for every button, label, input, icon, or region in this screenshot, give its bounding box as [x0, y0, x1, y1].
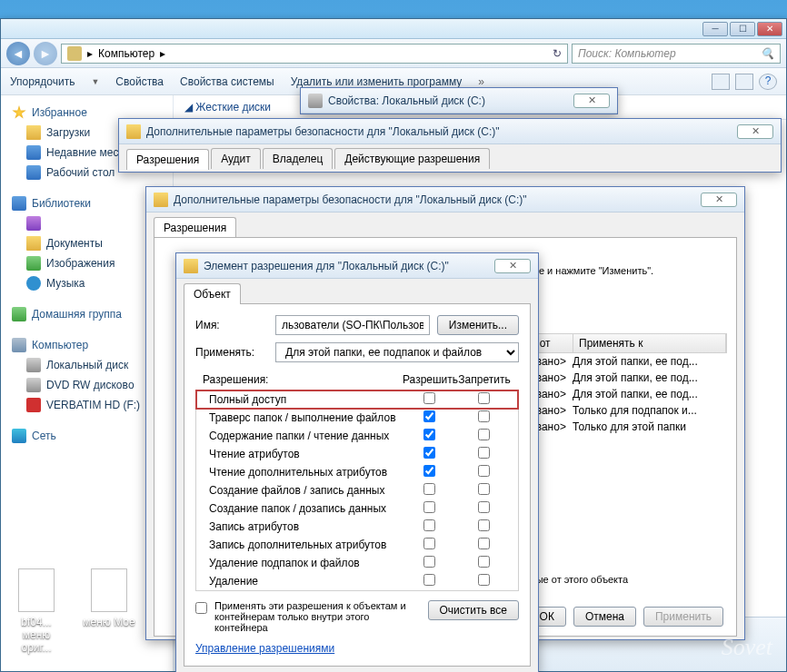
permission-label: Содержание папки / чтение данных: [209, 430, 402, 442]
permission-label: Чтение атрибутов: [209, 448, 402, 460]
table-row[interactable]: довано>Только для подпапок и...: [518, 402, 727, 419]
library-icon: [12, 196, 26, 211]
tab-audit[interactable]: Аудит: [211, 148, 261, 169]
breadcrumb[interactable]: Компьютер: [98, 47, 154, 60]
allow-checkbox[interactable]: [423, 519, 435, 531]
maximize-button[interactable]: ☐: [730, 22, 755, 36]
principal-field[interactable]: [275, 315, 430, 335]
dialog-title: Свойства: Локальный диск (C:): [328, 94, 485, 107]
desktop-icons: bf04... меню ориг... меню Мое: [9, 568, 136, 654]
permissions-list: Полный доступТраверс папок / выполнение …: [195, 390, 519, 591]
deny-checkbox[interactable]: [478, 447, 490, 459]
inherit-only-checkbox[interactable]: [195, 602, 207, 614]
deny-checkbox[interactable]: [478, 429, 490, 440]
clear-all-button[interactable]: Очистить все: [428, 600, 519, 620]
address-bar[interactable]: ▸ Компьютер ▸ ↻: [61, 44, 568, 64]
desktop-icon: [26, 165, 41, 180]
manage-permissions-link[interactable]: Управление разрешениями: [195, 642, 334, 655]
allow-checkbox[interactable]: [423, 574, 435, 586]
permission-label: Запись атрибутов: [209, 520, 402, 533]
allow-checkbox[interactable]: [423, 465, 435, 477]
minimize-button[interactable]: ─: [702, 22, 728, 36]
allow-checkbox[interactable]: [423, 447, 435, 459]
desktop-file-2[interactable]: меню Мое: [82, 568, 136, 654]
deny-checkbox[interactable]: [478, 392, 490, 404]
permission-entry-dialog: Элемент разрешения для "Локальный диск (…: [175, 252, 539, 672]
breadcrumb-sep: ▸: [160, 47, 165, 60]
star-icon: [12, 105, 26, 120]
dialog-title: Дополнительные параметры безопасности дл…: [174, 193, 527, 206]
allow-checkbox[interactable]: [423, 410, 435, 422]
permission-label: Создание файлов / запись данных: [209, 484, 402, 497]
cancel-button[interactable]: Отмена: [573, 607, 636, 627]
tab-effective[interactable]: Действующие разрешения: [334, 148, 490, 169]
tab-object[interactable]: Объект: [184, 283, 241, 304]
perm-header: Разрешения:: [203, 373, 403, 386]
close-button[interactable]: ✕: [573, 94, 610, 108]
close-button[interactable]: ✕: [737, 124, 773, 139]
deny-checkbox[interactable]: [478, 465, 490, 477]
table-row[interactable]: довано>Только для этой папки: [518, 419, 727, 435]
close-button[interactable]: ✕: [494, 259, 531, 273]
permission-row: Чтение атрибутов: [196, 445, 518, 463]
deny-checkbox[interactable]: [478, 483, 490, 495]
permission-label: Траверс папок / выполнение файлов: [209, 411, 402, 424]
nav-bar: ◄ ► ▸ Компьютер ▸ ↻ Поиск: Компьютер 🔍: [1, 39, 786, 68]
apply-button[interactable]: Применить: [643, 607, 723, 627]
allow-header: Разрешить: [403, 373, 457, 386]
computer-icon: [67, 46, 82, 61]
picture-icon: [26, 256, 41, 271]
permission-entries-table[interactable]: но отПрименять к довано>Для этой папки, …: [518, 333, 727, 435]
table-row[interactable]: довано>Для этой папки, ее под...: [518, 386, 727, 402]
tab-permissions[interactable]: Разрешения: [154, 217, 236, 238]
allow-checkbox[interactable]: [423, 392, 435, 404]
properties-dialog: Свойства: Локальный диск (C:) ✕: [300, 87, 618, 114]
close-button[interactable]: ✕: [757, 22, 782, 36]
deny-checkbox[interactable]: [478, 501, 490, 513]
table-row[interactable]: довано>Для этой папки, ее под...: [518, 370, 727, 386]
allow-checkbox[interactable]: [423, 538, 435, 549]
tab-owner[interactable]: Владелец: [263, 148, 334, 169]
preview-pane-button[interactable]: [735, 74, 753, 90]
titlebar: ─ ☐ ✕: [1, 19, 786, 39]
tab-permissions[interactable]: Разрешения: [126, 149, 209, 170]
organize-menu[interactable]: Упорядочить: [10, 75, 75, 88]
deny-checkbox[interactable]: [478, 538, 490, 549]
search-placeholder: Поиск: Компьютер: [578, 47, 676, 60]
close-button[interactable]: ✕: [701, 193, 737, 207]
permission-row: Чтение дополнительных атрибутов: [196, 463, 518, 481]
permission-row: Создание файлов / запись данных: [196, 481, 518, 499]
table-row[interactable]: довано>Для этой папки, ее под...: [518, 353, 727, 370]
view-button[interactable]: [712, 74, 730, 90]
apply-to-select[interactable]: Для этой папки, ее подпапок и файлов: [275, 342, 519, 362]
back-button[interactable]: ◄: [6, 42, 30, 65]
deny-checkbox[interactable]: [478, 410, 490, 422]
refresh-icon[interactable]: ↻: [553, 47, 562, 60]
col-apply: Применять к: [573, 334, 726, 352]
uninstall-button[interactable]: Удалить или изменить программу: [291, 75, 463, 88]
change-principal-button[interactable]: Изменить...: [437, 315, 519, 335]
desktop-file-1[interactable]: bf04... меню ориг...: [9, 568, 64, 654]
system-properties-button[interactable]: Свойства системы: [180, 75, 274, 88]
allow-checkbox[interactable]: [423, 501, 435, 513]
computer-icon: [12, 338, 26, 352]
deny-checkbox[interactable]: [478, 519, 490, 531]
permission-row: Создание папок / дозапись данных: [196, 499, 518, 518]
folder-icon: [154, 193, 168, 207]
deny-checkbox[interactable]: [478, 574, 490, 586]
deny-checkbox[interactable]: [478, 556, 490, 568]
allow-checkbox[interactable]: [423, 429, 435, 440]
allow-checkbox[interactable]: [423, 483, 435, 495]
properties-button[interactable]: Свойства: [115, 75, 164, 88]
search-input[interactable]: Поиск: Компьютер 🔍: [572, 44, 781, 64]
permission-row: Содержание папки / чтение данных: [196, 427, 518, 445]
permission-label: Полный доступ: [209, 393, 402, 406]
forward-button[interactable]: ►: [34, 42, 57, 65]
permission-row: Полный доступ: [196, 390, 518, 409]
search-icon: 🔍: [761, 47, 774, 60]
help-button[interactable]: ?: [759, 74, 777, 90]
permission-row: Запись дополнительных атрибутов: [196, 536, 518, 554]
permission-label: Запись дополнительных атрибутов: [209, 539, 402, 551]
allow-checkbox[interactable]: [423, 556, 435, 568]
homegroup-icon: [12, 307, 26, 321]
